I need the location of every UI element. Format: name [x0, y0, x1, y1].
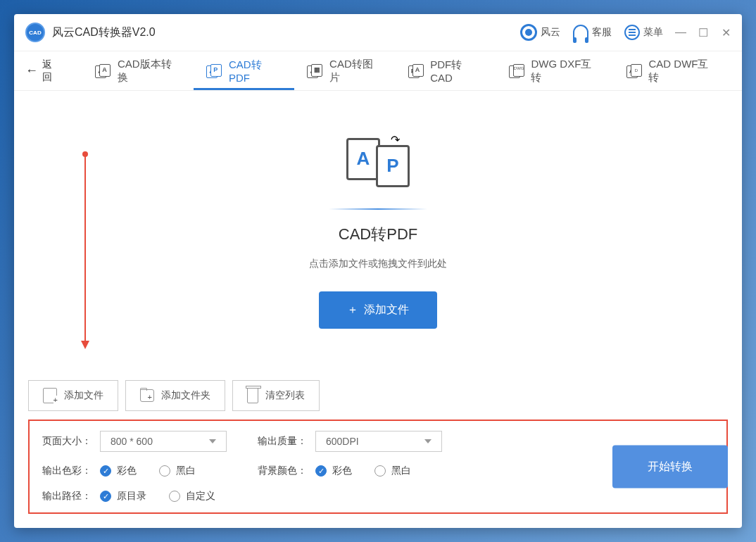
fengyun-link[interactable]: 风云 [520, 24, 560, 41]
menu-icon [624, 25, 640, 40]
output-quality-row: 输出质量： 600DPI [258, 431, 442, 452]
convert-arrow-icon: ↷ [391, 133, 400, 146]
settings-panel: 页面大小： 800 * 600 输出色彩： 彩色 黑白 [28, 420, 728, 514]
cad-image-icon: A▦ [307, 64, 324, 78]
output-path-label: 输出路径： [42, 490, 92, 503]
hero-title: CAD转PDF [339, 224, 417, 245]
app-logo-icon: CAD [25, 23, 45, 42]
fengyun-icon [520, 24, 537, 41]
path-custom-label: 自定义 [186, 490, 215, 503]
hero-icon: A P ↷ [346, 134, 410, 191]
dwg-dxf-icon: DWG [509, 64, 526, 78]
page-size-dropdown[interactable]: 800 * 600 [100, 431, 227, 452]
back-button[interactable]: ← 返回 [25, 58, 61, 84]
output-color-row: 输出色彩： 彩色 黑白 [42, 465, 229, 477]
headset-icon [573, 25, 588, 40]
radio-icon [169, 491, 180, 502]
tab-label: PDF转CAD [430, 58, 484, 84]
chevron-down-icon [209, 439, 216, 447]
maximize-button[interactable]: ☐ [698, 27, 708, 37]
app-title: 风云CAD转换器V2.0 [52, 25, 520, 40]
cad-pdf-icon: AP [206, 64, 223, 78]
color-option-label: 彩色 [117, 465, 137, 477]
bg-color-label: 背景颜色： [258, 465, 307, 477]
folder-add-icon [140, 389, 154, 402]
app-window: CAD 风云CAD转换器V2.0 风云 客服 菜单 — ☐ ✕ ← 返回 [14, 14, 742, 528]
doc-a-icon: A [346, 138, 380, 180]
annotation-arrow [84, 154, 86, 348]
add-folder-label: 添加文件夹 [161, 389, 210, 402]
back-label: 返回 [42, 58, 61, 84]
radio-checked-icon [100, 465, 111, 477]
close-button[interactable]: ✕ [721, 27, 731, 37]
trash-icon [247, 388, 258, 403]
support-link[interactable]: 客服 [573, 25, 612, 40]
page-size-value: 800 * 600 [111, 436, 153, 447]
toolbar: 添加文件 添加文件夹 清空列表 [14, 372, 742, 420]
tab-cad-version[interactable]: AA CAD版本转换 [82, 51, 194, 90]
titlebar: CAD 风云CAD转换器V2.0 风云 客服 菜单 — ☐ ✕ [14, 14, 742, 51]
add-file-button[interactable]: 添加文件 [28, 380, 118, 411]
add-file-hero-label: 添加文件 [364, 303, 409, 317]
chevron-down-icon [424, 439, 431, 447]
output-quality-dropdown[interactable]: 600DPI [315, 431, 442, 452]
cad-version-icon: AA [95, 64, 112, 78]
bg-color-option-label: 彩色 [332, 465, 352, 477]
bg-color-color-radio[interactable]: 彩色 [315, 465, 352, 477]
pdf-cad-icon: PA [408, 64, 425, 78]
hero-subtitle: 点击添加文件或拖拽文件到此处 [309, 258, 447, 270]
file-add-icon [43, 388, 57, 403]
hero-divider [329, 208, 427, 210]
output-path-row: 输出路径： 原目录 自定义 [42, 490, 229, 503]
output-path-original-radio[interactable]: 原目录 [100, 490, 146, 503]
menu-link[interactable]: 菜单 [624, 25, 663, 40]
tab-cad-to-pdf[interactable]: AP CAD转PDF [194, 51, 294, 90]
support-label: 客服 [592, 26, 612, 39]
clear-list-label: 清空列表 [265, 389, 305, 402]
fengyun-label: 风云 [541, 26, 560, 39]
output-color-label: 输出色彩： [42, 465, 92, 477]
radio-checked-icon [315, 465, 327, 477]
tab-dwg-dxf[interactable]: DWG DWG DXF互转 [496, 51, 614, 90]
titlebar-right: 风云 客服 菜单 — ☐ ✕ [520, 24, 731, 41]
minimize-button[interactable]: — [676, 27, 686, 37]
tab-cad-to-image[interactable]: A▦ CAD转图片 [294, 51, 395, 90]
tab-bar: ← 返回 AA CAD版本转换 AP CAD转PDF A▦ CAD转图片 PA … [14, 51, 742, 91]
tab-label: DWG DXF互转 [531, 58, 600, 84]
path-original-label: 原目录 [117, 490, 146, 503]
bg-bw-option-label: 黑白 [391, 465, 411, 477]
clear-list-button[interactable]: 清空列表 [232, 380, 320, 411]
start-convert-button[interactable]: 开始转换 [612, 446, 728, 489]
menu-label: 菜单 [643, 26, 663, 39]
doc-p-icon: P [376, 145, 410, 187]
radio-icon [159, 465, 170, 477]
tab-label: CAD转PDF [229, 58, 282, 84]
bw-option-label: 黑白 [176, 465, 196, 477]
add-file-hero-button[interactable]: ＋ 添加文件 [319, 291, 437, 329]
add-folder-button[interactable]: 添加文件夹 [125, 380, 225, 411]
cad-dwf-icon: AD [626, 64, 643, 78]
main-area[interactable]: A P ↷ CAD转PDF 点击添加文件或拖拽文件到此处 ＋ 添加文件 [14, 91, 742, 372]
output-color-bw-radio[interactable]: 黑白 [159, 465, 196, 477]
radio-icon [374, 465, 386, 477]
tab-label: CAD DWF互转 [648, 58, 718, 84]
add-file-label: 添加文件 [64, 389, 103, 402]
tab-pdf-to-cad[interactable]: PA PDF转CAD [396, 51, 496, 90]
bg-color-bw-radio[interactable]: 黑白 [374, 465, 411, 477]
tab-cad-dwf[interactable]: AD CAD DWF互转 [614, 51, 731, 90]
page-size-row: 页面大小： 800 * 600 [42, 431, 229, 452]
output-path-custom-radio[interactable]: 自定义 [169, 490, 215, 503]
convert-button-label: 开始转换 [648, 460, 693, 472]
tab-label: CAD版本转换 [118, 58, 181, 84]
plus-icon: ＋ [347, 303, 358, 317]
output-quality-label: 输出质量： [258, 435, 307, 448]
output-quality-value: 600DPI [326, 436, 359, 447]
page-size-label: 页面大小： [42, 435, 92, 448]
bg-color-row: 背景颜色： 彩色 黑白 [258, 465, 442, 477]
back-arrow-icon: ← [25, 63, 38, 78]
radio-checked-icon [100, 491, 111, 502]
tab-label: CAD转图片 [329, 58, 383, 84]
output-color-color-radio[interactable]: 彩色 [100, 465, 137, 477]
